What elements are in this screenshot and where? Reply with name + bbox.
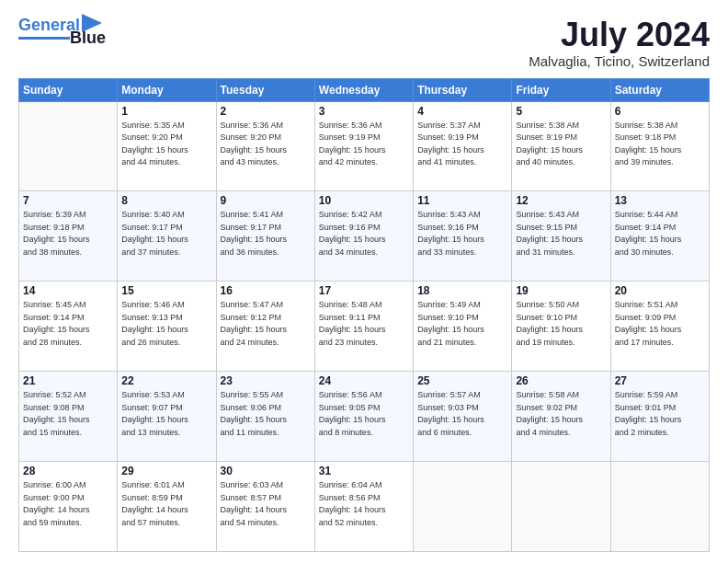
day-info: Sunrise: 5:39 AMSunset: 9:18 PMDaylight:… xyxy=(23,209,113,259)
page: General Blue July 2024 Malvaglia, Ticino… xyxy=(0,0,728,563)
day-info: Sunrise: 5:51 AMSunset: 9:09 PMDaylight:… xyxy=(615,299,705,349)
day-number: 22 xyxy=(121,374,211,387)
calendar-cell: 15Sunrise: 5:46 AMSunset: 9:13 PMDayligh… xyxy=(118,282,216,372)
day-number: 28 xyxy=(23,465,113,477)
calendar-cell: 1Sunrise: 5:35 AMSunset: 9:20 PMDaylight… xyxy=(118,101,216,191)
calendar-cell: 10Sunrise: 5:42 AMSunset: 9:16 PMDayligh… xyxy=(314,191,413,282)
day-info: Sunrise: 5:37 AMSunset: 9:19 PMDaylight:… xyxy=(417,120,507,169)
day-info: Sunrise: 5:58 AMSunset: 9:02 PMDaylight:… xyxy=(516,389,606,439)
calendar-week-4: 21Sunrise: 5:52 AMSunset: 9:08 PMDayligh… xyxy=(19,372,710,462)
calendar-cell: 12Sunrise: 5:43 AMSunset: 9:15 PMDayligh… xyxy=(512,191,610,282)
column-header-tuesday: Tuesday xyxy=(216,78,314,101)
day-info: Sunrise: 6:03 AMSunset: 8:57 PMDaylight:… xyxy=(221,479,311,529)
day-number: 5 xyxy=(516,105,606,118)
day-number: 11 xyxy=(417,194,507,207)
day-number: 18 xyxy=(417,284,507,297)
logo: General Blue xyxy=(18,17,106,46)
day-number: 21 xyxy=(23,374,113,387)
calendar-cell: 7Sunrise: 5:39 AMSunset: 9:18 PMDaylight… xyxy=(19,191,118,282)
day-number: 12 xyxy=(516,194,606,207)
day-info: Sunrise: 5:36 AMSunset: 9:20 PMDaylight:… xyxy=(221,120,311,169)
day-info: Sunrise: 5:40 AMSunset: 9:17 PMDaylight:… xyxy=(121,209,211,259)
calendar-cell: 14Sunrise: 5:45 AMSunset: 9:14 PMDayligh… xyxy=(19,282,118,372)
calendar-cell: 8Sunrise: 5:40 AMSunset: 9:17 PMDaylight… xyxy=(118,191,216,282)
calendar-cell: 21Sunrise: 5:52 AMSunset: 9:08 PMDayligh… xyxy=(19,372,118,462)
day-number: 19 xyxy=(516,284,606,297)
day-info: Sunrise: 5:38 AMSunset: 9:19 PMDaylight:… xyxy=(516,120,606,169)
day-number: 24 xyxy=(319,374,409,387)
day-number: 2 xyxy=(221,105,311,118)
header-row: SundayMondayTuesdayWednesdayThursdayFrid… xyxy=(19,78,710,101)
calendar-cell: 19Sunrise: 5:50 AMSunset: 9:10 PMDayligh… xyxy=(512,282,610,372)
day-info: Sunrise: 5:52 AMSunset: 9:08 PMDaylight:… xyxy=(23,389,113,439)
calendar-cell: 13Sunrise: 5:44 AMSunset: 9:14 PMDayligh… xyxy=(610,191,709,282)
day-info: Sunrise: 5:41 AMSunset: 9:17 PMDaylight:… xyxy=(221,209,311,259)
title-block: July 2024 Malvaglia, Ticino, Switzerland xyxy=(529,17,710,69)
day-number: 3 xyxy=(319,105,409,118)
calendar-cell: 9Sunrise: 5:41 AMSunset: 9:17 PMDaylight… xyxy=(216,191,314,282)
day-number: 4 xyxy=(417,105,507,118)
day-number: 13 xyxy=(615,194,705,207)
day-number: 8 xyxy=(121,194,211,207)
calendar-cell: 11Sunrise: 5:43 AMSunset: 9:16 PMDayligh… xyxy=(414,191,512,282)
day-info: Sunrise: 5:36 AMSunset: 9:19 PMDaylight:… xyxy=(319,120,409,169)
day-info: Sunrise: 5:48 AMSunset: 9:11 PMDaylight:… xyxy=(319,299,409,349)
day-info: Sunrise: 6:00 AMSunset: 9:00 PMDaylight:… xyxy=(23,479,113,529)
column-header-sunday: Sunday xyxy=(19,78,118,101)
day-info: Sunrise: 5:43 AMSunset: 9:15 PMDaylight:… xyxy=(516,209,606,259)
day-number: 10 xyxy=(319,194,409,207)
day-info: Sunrise: 5:45 AMSunset: 9:14 PMDaylight:… xyxy=(23,299,113,349)
page-subtitle: Malvaglia, Ticino, Switzerland xyxy=(529,53,710,69)
calendar-cell: 4Sunrise: 5:37 AMSunset: 9:19 PMDaylight… xyxy=(414,101,512,191)
logo-underline xyxy=(18,37,70,40)
calendar-cell: 23Sunrise: 5:55 AMSunset: 9:06 PMDayligh… xyxy=(216,372,314,462)
calendar-cell: 27Sunrise: 5:59 AMSunset: 9:01 PMDayligh… xyxy=(610,372,709,462)
column-header-thursday: Thursday xyxy=(414,78,512,101)
day-number: 14 xyxy=(23,284,113,297)
day-info: Sunrise: 5:42 AMSunset: 9:16 PMDaylight:… xyxy=(319,209,409,259)
day-number: 9 xyxy=(221,194,311,207)
calendar-cell: 24Sunrise: 5:56 AMSunset: 9:05 PMDayligh… xyxy=(314,372,413,462)
page-title: July 2024 xyxy=(529,17,710,53)
calendar-cell xyxy=(19,101,118,191)
column-header-friday: Friday xyxy=(512,78,610,101)
calendar-cell: 5Sunrise: 5:38 AMSunset: 9:19 PMDaylight… xyxy=(512,101,610,191)
day-number: 26 xyxy=(516,374,606,387)
day-number: 17 xyxy=(319,284,409,297)
day-info: Sunrise: 5:38 AMSunset: 9:18 PMDaylight:… xyxy=(615,120,705,169)
calendar-cell: 22Sunrise: 5:53 AMSunset: 9:07 PMDayligh… xyxy=(118,372,216,462)
calendar-cell: 16Sunrise: 5:47 AMSunset: 9:12 PMDayligh… xyxy=(216,282,314,372)
day-number: 7 xyxy=(23,194,113,207)
day-number: 27 xyxy=(615,374,705,387)
logo-blue: Blue xyxy=(70,29,106,46)
calendar-cell: 25Sunrise: 5:57 AMSunset: 9:03 PMDayligh… xyxy=(414,372,512,462)
calendar-table: SundayMondayTuesdayWednesdayThursdayFrid… xyxy=(18,78,710,552)
day-info: Sunrise: 5:59 AMSunset: 9:01 PMDaylight:… xyxy=(615,389,705,439)
day-info: Sunrise: 5:49 AMSunset: 9:10 PMDaylight:… xyxy=(417,299,507,349)
calendar-header: SundayMondayTuesdayWednesdayThursdayFrid… xyxy=(19,78,710,101)
day-info: Sunrise: 5:43 AMSunset: 9:16 PMDaylight:… xyxy=(417,209,507,259)
column-header-wednesday: Wednesday xyxy=(314,78,413,101)
day-number: 6 xyxy=(615,105,705,118)
day-number: 16 xyxy=(221,284,311,297)
day-info: Sunrise: 5:56 AMSunset: 9:05 PMDaylight:… xyxy=(319,389,409,439)
day-number: 15 xyxy=(121,284,211,297)
calendar-cell: 28Sunrise: 6:00 AMSunset: 9:00 PMDayligh… xyxy=(19,462,118,552)
day-number: 31 xyxy=(319,465,409,477)
calendar-cell xyxy=(414,462,512,552)
calendar-cell: 30Sunrise: 6:03 AMSunset: 8:57 PMDayligh… xyxy=(216,462,314,552)
day-number: 25 xyxy=(417,374,507,387)
calendar-cell: 18Sunrise: 5:49 AMSunset: 9:10 PMDayligh… xyxy=(414,282,512,372)
column-header-saturday: Saturday xyxy=(610,78,709,101)
calendar-cell: 3Sunrise: 5:36 AMSunset: 9:19 PMDaylight… xyxy=(314,101,413,191)
day-info: Sunrise: 5:57 AMSunset: 9:03 PMDaylight:… xyxy=(417,389,507,439)
day-info: Sunrise: 5:44 AMSunset: 9:14 PMDaylight:… xyxy=(615,209,705,259)
calendar-cell: 6Sunrise: 5:38 AMSunset: 9:18 PMDaylight… xyxy=(610,101,709,191)
calendar-week-1: 1Sunrise: 5:35 AMSunset: 9:20 PMDaylight… xyxy=(19,101,710,191)
day-number: 1 xyxy=(121,105,211,118)
day-info: Sunrise: 5:50 AMSunset: 9:10 PMDaylight:… xyxy=(516,299,606,349)
calendar-cell: 26Sunrise: 5:58 AMSunset: 9:02 PMDayligh… xyxy=(512,372,610,462)
calendar-cell xyxy=(610,462,709,552)
calendar-cell: 29Sunrise: 6:01 AMSunset: 8:59 PMDayligh… xyxy=(118,462,216,552)
calendar-cell: 20Sunrise: 5:51 AMSunset: 9:09 PMDayligh… xyxy=(610,282,709,372)
